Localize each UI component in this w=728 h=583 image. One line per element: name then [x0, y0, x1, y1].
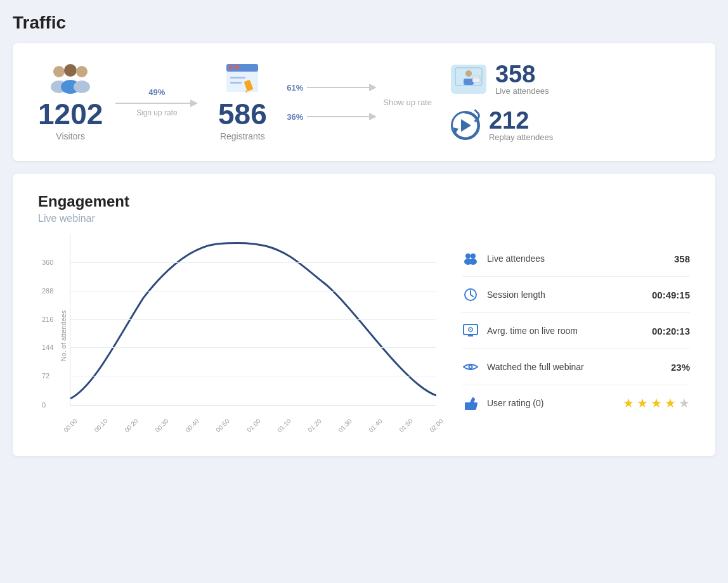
traffic-card: 1202 Visitors 49% Sign up rate [13, 43, 715, 161]
chart-area: No. of attendees 72 144 216 288 360 0 00… [38, 234, 436, 437]
watched-full-value: 23% [671, 362, 690, 373]
avg-time-label: Avrg. time on live room [487, 326, 644, 336]
session-length-label: Session length [487, 290, 644, 300]
live-attendees-info: 358 Live attendees [495, 62, 549, 96]
split-arrows-section: 61% 36% Show up rate [280, 82, 432, 122]
svg-marker-17 [369, 84, 377, 91]
engagement-layout: No. of attendees 72 144 216 288 360 0 00… [38, 234, 690, 437]
avg-time-value: 00:20:13 [652, 326, 690, 336]
star-5: ★ [679, 395, 690, 411]
svg-point-21 [465, 70, 472, 77]
replay-attendees-label: Replay attendees [489, 132, 553, 142]
replay-attendees-row: 212 Replay attendees [451, 108, 553, 142]
svg-marker-19 [369, 113, 377, 120]
svg-line-32 [471, 295, 473, 297]
svg-point-29 [469, 259, 477, 265]
y-axis-label: No. of attendees [60, 311, 67, 362]
svg-rect-10 [229, 65, 233, 69]
registrants-label: Registrants [220, 131, 265, 141]
attendance-curve [70, 234, 436, 405]
svg-marker-7 [190, 99, 198, 107]
session-length-value: 00:49:15 [652, 290, 690, 300]
svg-point-2 [64, 64, 77, 77]
traffic-flow: 1202 Visitors 49% Sign up rate [38, 62, 690, 142]
stats-area: Live attendees 358 Session length 00:49:… [462, 234, 690, 437]
live-pct-row: 61% [280, 82, 377, 93]
stat-watched-full: Watched the full webinar 23% [462, 349, 690, 385]
star-3: ★ [651, 395, 662, 411]
live-attendee-icon [451, 65, 486, 94]
replay-icon [451, 111, 480, 140]
svg-rect-13 [230, 82, 242, 84]
thumbs-up-icon [462, 394, 479, 412]
eye-icon [462, 358, 479, 376]
attendees-section: 358 Live attendees 212 Replay attendees [451, 62, 553, 142]
chart-wrapper: No. of attendees 72 144 216 288 360 0 00… [38, 234, 436, 437]
replay-attendees-info: 212 Replay attendees [489, 108, 553, 142]
replay-pct-row: 36% [280, 112, 377, 122]
stat-user-rating: User rating (0) ★ ★ ★ ★ ★ [462, 385, 690, 421]
live-pct: 61% [280, 83, 303, 93]
engagement-card: Engagement Live webinar No. of attendees… [13, 174, 715, 456]
live-attendees-value: 358 [495, 62, 549, 86]
registrants-value: 586 [218, 99, 267, 129]
svg-point-0 [53, 66, 65, 77]
user-rating-label: User rating (0) [487, 398, 615, 408]
split-arrows: 61% 36% [280, 82, 377, 122]
visitors-icon [48, 63, 93, 96]
stat-session-length: Session length 00:49:15 [462, 277, 690, 313]
live-webinar-subtitle: Live webinar [38, 213, 690, 224]
svg-point-35 [470, 329, 471, 330]
visitors-label: Visitors [56, 131, 85, 141]
live-attendees-stat-value: 358 [674, 253, 690, 264]
star-rating: ★ ★ ★ ★ ★ [623, 395, 690, 411]
live-attendees-label: Live attendees [495, 86, 549, 96]
sign-up-label: Sign up rate [136, 108, 178, 117]
star-2: ★ [637, 395, 648, 411]
watched-full-label: Watched the full webinar [487, 362, 663, 372]
sign-up-percent: 49% [148, 87, 165, 97]
svg-rect-11 [235, 65, 239, 69]
show-up-label: Show up rate [383, 98, 432, 107]
svg-rect-12 [230, 77, 245, 79]
star-1: ★ [623, 395, 634, 411]
svg-point-4 [76, 66, 88, 77]
visitors-node: 1202 Visitors [38, 63, 103, 141]
screen-time-icon [462, 322, 479, 340]
people-icon [462, 250, 479, 267]
registrants-icon [225, 63, 259, 96]
svg-rect-39 [465, 402, 467, 410]
star-4: ★ [665, 395, 676, 411]
engagement-title: Engagement [38, 193, 690, 210]
svg-point-5 [74, 80, 90, 93]
replay-pct: 36% [280, 112, 303, 122]
svg-rect-23 [472, 76, 480, 82]
registrants-node: 586 Registrants [211, 63, 274, 141]
replay-attendees-value: 212 [489, 108, 553, 132]
stat-avg-time: Avrg. time on live room 00:20:13 [462, 313, 690, 349]
svg-point-27 [471, 253, 476, 259]
svg-point-26 [465, 253, 471, 259]
page-title: Traffic [13, 13, 715, 33]
stat-live-attendees: Live attendees 358 [462, 241, 690, 277]
svg-point-38 [470, 366, 472, 368]
sign-up-arrow: 49% Sign up rate [115, 87, 198, 117]
live-attendees-row: 358 Live attendees [451, 62, 553, 96]
clock-icon [462, 286, 479, 304]
chart-inner: 72 144 216 288 360 0 00:00 00:10 00:20 0… [70, 234, 436, 406]
visitors-value: 1202 [38, 99, 103, 129]
svg-rect-22 [464, 79, 474, 85]
live-attendees-stat-label: Live attendees [487, 253, 666, 264]
